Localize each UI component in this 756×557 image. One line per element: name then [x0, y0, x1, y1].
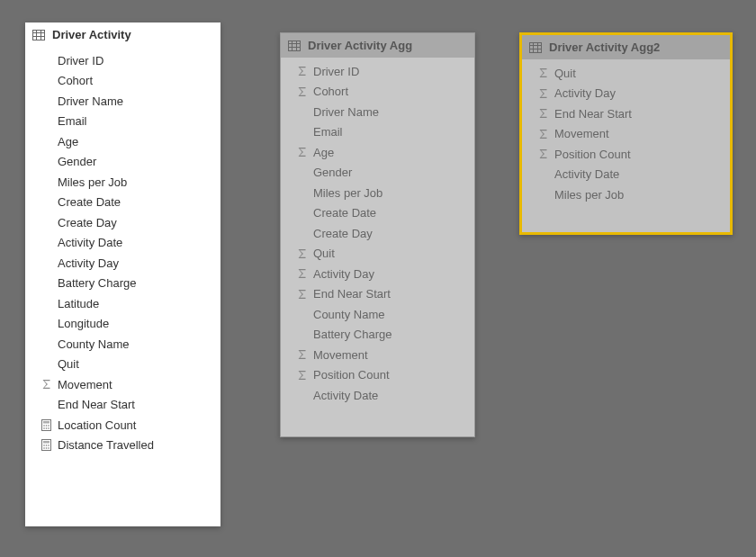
svg-point-16 — [45, 445, 47, 446]
field-list: Driver IDCohortDriver NameEmailAgeGender… — [281, 58, 474, 415]
svg-point-9 — [48, 425, 50, 427]
field-label: Activity Day — [551, 86, 616, 100]
field-row[interactable]: Driver ID — [281, 61, 474, 82]
field-row[interactable]: Create Day — [281, 223, 474, 244]
calculator-icon — [38, 419, 54, 431]
svg-point-18 — [43, 447, 45, 449]
field-row[interactable]: Position Count — [281, 365, 474, 386]
field-row[interactable]: End Near Start — [25, 395, 220, 416]
sigma-icon — [293, 248, 310, 259]
field-label: End Near Start — [310, 287, 391, 301]
table-header[interactable]: Driver Activity Agg2 — [522, 35, 730, 59]
table-panel-driver-activity-agg[interactable]: Driver Activity AggDriver IDCohortDriver… — [280, 32, 475, 437]
field-row[interactable]: Miles per Job — [25, 172, 220, 193]
field-row[interactable]: Activity Date — [281, 385, 474, 406]
field-row[interactable]: Quit — [25, 355, 220, 375]
sigma-icon — [535, 108, 551, 119]
field-row[interactable]: Battery Charge — [281, 325, 474, 346]
field-label: Age — [54, 135, 78, 148]
field-row[interactable]: Miles per Job — [281, 183, 474, 203]
field-row[interactable]: Miles per Job — [522, 184, 730, 205]
field-label: Driver Name — [54, 94, 123, 108]
table-header[interactable]: Driver Activity Agg — [281, 33, 474, 58]
field-row[interactable]: Latitude — [25, 293, 220, 314]
field-list: Driver IDCohortDriver NameEmailAgeGender… — [25, 47, 220, 464]
field-row[interactable]: Movement — [25, 374, 220, 395]
table-icon — [288, 40, 301, 51]
svg-point-17 — [48, 445, 50, 446]
svg-point-7 — [43, 425, 45, 427]
field-row[interactable]: Gender — [281, 163, 474, 184]
field-row[interactable]: Location Count — [25, 415, 220, 436]
field-row[interactable]: Quit — [281, 244, 474, 265]
field-row[interactable]: Driver Name — [281, 102, 474, 122]
field-row[interactable]: Longitude — [25, 314, 220, 335]
table-header[interactable]: Driver Activity — [25, 22, 220, 47]
field-label: Miles per Job — [54, 175, 127, 189]
table-panel-driver-activity[interactable]: Driver ActivityDriver IDCohortDriver Nam… — [25, 22, 220, 526]
field-row[interactable]: Cohort — [25, 71, 220, 92]
field-label: Movement — [551, 127, 609, 140]
field-row[interactable]: End Near Start — [281, 284, 474, 305]
field-row[interactable]: Age — [281, 142, 474, 163]
field-row[interactable]: Driver Name — [25, 91, 220, 112]
field-row[interactable]: Movement — [281, 345, 474, 365]
svg-rect-26 — [530, 42, 542, 52]
field-label: Position Count — [310, 368, 390, 382]
field-row[interactable]: Activity Day — [25, 253, 220, 274]
svg-point-19 — [45, 447, 47, 449]
field-row[interactable]: Age — [25, 131, 220, 152]
field-label: Activity Day — [310, 267, 374, 281]
field-row[interactable]: Quit — [522, 63, 730, 84]
table-title: Driver Activity — [52, 28, 131, 41]
field-label: Create Date — [54, 195, 121, 209]
field-label: Age — [310, 146, 334, 159]
field-label: Location Count — [54, 418, 136, 432]
field-row[interactable]: Create Day — [25, 212, 220, 233]
field-row[interactable]: Create Date — [25, 193, 220, 213]
table-panel-driver-activity-agg2[interactable]: Driver Activity Agg2QuitActivity DayEnd … — [519, 32, 733, 235]
field-row[interactable]: End Near Start — [522, 103, 730, 124]
field-row[interactable]: Driver ID — [25, 50, 220, 71]
field-row[interactable]: Position Count — [522, 144, 730, 165]
svg-point-8 — [45, 425, 47, 427]
calculator-icon — [38, 439, 54, 451]
field-row[interactable]: Activity Day — [522, 84, 730, 104]
field-row[interactable]: Activity Date — [522, 165, 730, 185]
field-label: Driver ID — [310, 65, 359, 78]
field-label: Driver ID — [54, 54, 104, 67]
field-label: County Name — [310, 308, 384, 321]
field-label: End Near Start — [54, 398, 135, 411]
svg-point-15 — [43, 445, 45, 446]
field-label: Miles per Job — [551, 188, 624, 202]
field-label: Latitude — [54, 297, 99, 310]
field-row[interactable]: Distance Travelled — [25, 436, 220, 456]
field-label: Battery Charge — [54, 276, 136, 290]
field-row[interactable]: Battery Charge — [25, 274, 220, 294]
field-label: Miles per Job — [310, 186, 382, 200]
field-row[interactable]: Activity Date — [25, 233, 220, 254]
field-row[interactable]: Activity Day — [281, 264, 474, 284]
field-label: Activity Date — [54, 236, 122, 249]
field-label: Movement — [310, 348, 368, 362]
sigma-icon — [535, 67, 551, 78]
field-list: QuitActivity DayEnd Near StartMovementPo… — [522, 59, 730, 214]
field-row[interactable]: County Name — [281, 304, 474, 325]
field-row[interactable]: Gender — [25, 152, 220, 173]
field-row[interactable]: Email — [281, 122, 474, 143]
svg-point-20 — [48, 447, 50, 449]
field-label: Create Day — [54, 216, 117, 229]
sigma-icon — [293, 147, 310, 157]
sigma-icon — [293, 289, 310, 300]
field-label: Cohort — [54, 74, 93, 87]
field-row[interactable]: Cohort — [281, 82, 474, 103]
field-label: End Near Start — [551, 107, 632, 121]
field-label: Activity Date — [310, 389, 378, 402]
field-label: Create Date — [310, 206, 376, 220]
field-row[interactable]: Movement — [522, 124, 730, 145]
field-row[interactable]: County Name — [25, 334, 220, 355]
sigma-icon — [293, 370, 310, 381]
field-row[interactable]: Email — [25, 112, 220, 132]
field-label: Activity Day — [54, 256, 119, 270]
field-row[interactable]: Create Date — [281, 203, 474, 224]
